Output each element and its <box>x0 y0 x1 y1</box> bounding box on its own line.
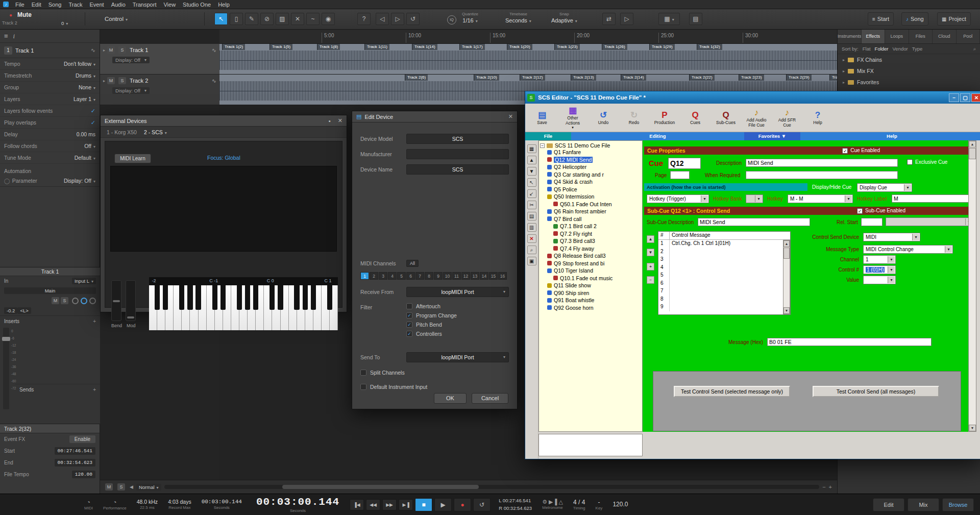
paste-icon[interactable]: ▥ <box>527 223 536 232</box>
eraser-tool-button[interactable]: ⊘ <box>260 13 274 25</box>
tree-item[interactable]: Q1 Fanfare <box>540 149 641 156</box>
clip-label[interactable]: Track 2(14) <box>621 75 646 81</box>
tree-item[interactable]: Q7.1 Bird call 2 <box>540 223 641 230</box>
channel-solo-button[interactable]: S <box>61 297 68 304</box>
clip-label[interactable]: Track 2(6) <box>405 75 428 81</box>
cue-knob[interactable] <box>81 298 87 304</box>
piano-black-key[interactable] <box>155 285 160 310</box>
scs-toolbar-add-sfr-cue[interactable]: ♪Add SFR Cue <box>772 105 802 131</box>
midi-learn-button[interactable]: MIDI Learn <box>114 154 151 163</box>
record-button[interactable]: ● <box>454 498 471 511</box>
scs-toolbar-other-actions[interactable]: ▦Other Actions▾ <box>558 105 587 131</box>
nudge-left-button[interactable]: ⇄ <box>602 13 616 25</box>
midi-monitor[interactable]: ◔ MIDI <box>84 499 93 511</box>
menu-event[interactable]: Event <box>86 1 108 9</box>
sort-option-vendor[interactable]: Vendor <box>893 46 908 52</box>
message-type-dropdown[interactable]: MIDI Control Change <box>863 245 953 254</box>
filter-option-aftertouch[interactable]: Aftertouch <box>406 303 457 309</box>
subcue-enabled-checkbox[interactable]: ✓ <box>857 208 863 214</box>
inspector-row-value[interactable]: Layer 1 <box>74 96 95 102</box>
edit-device-titlebar[interactable]: ▤ Edit Device ✕ <box>352 111 517 122</box>
tree-item[interactable]: Q3 Car starting and r <box>540 171 641 179</box>
browser-tab-pool[interactable]: Pool <box>957 30 980 43</box>
clip-label[interactable]: Track 1(26) <box>602 44 627 50</box>
midi-channel-7[interactable]: 7 <box>415 272 424 280</box>
clip-label[interactable]: Track 1(20) <box>507 44 532 50</box>
file-tempo-value[interactable]: 120.00 <box>72 471 95 478</box>
menu-studio-one[interactable]: Studio One <box>179 1 214 9</box>
scs-toolbar-add-audio-file-cue[interactable]: ♪Add Audio File Cue <box>742 105 771 131</box>
scs-toolbar-undo[interactable]: ↺Undo <box>589 105 618 131</box>
listen-tool-button[interactable]: ◉ <box>322 13 335 25</box>
clip-label[interactable]: Track 1(11) <box>364 44 389 50</box>
scroll-down-icon[interactable]: ▼ <box>969 425 976 431</box>
message-row[interactable]: 6 <box>658 280 790 288</box>
snap-value[interactable]: Adaptive <box>551 17 577 23</box>
move-message-up-button[interactable]: ▲ <box>647 235 654 243</box>
when-required-input[interactable] <box>746 171 898 179</box>
message-row[interactable]: 9 <box>658 303 790 311</box>
sort-option-flat[interactable]: Flat <box>863 46 871 52</box>
pan-knob[interactable] <box>72 298 79 304</box>
quantize-value[interactable]: 1/16 <box>462 17 478 23</box>
menu-audio[interactable]: Audio <box>108 1 129 9</box>
browser-tab-instruments[interactable]: Instruments <box>838 30 862 43</box>
close-icon[interactable]: ✕ <box>971 93 980 102</box>
device-tab-scs[interactable]: 2 - SCS <box>144 129 167 135</box>
browser-item-fx-chains[interactable]: ▸FX Chains <box>838 54 980 65</box>
sort-option-folder[interactable]: Folder <box>875 46 889 52</box>
track-header-2[interactable]: ▸ M S Track 2 ∿ Display: Off <box>100 75 219 105</box>
arrow-tool-button[interactable]: ↖ <box>214 13 228 25</box>
cue-enabled-checkbox[interactable]: ✓ <box>842 148 848 154</box>
tree-item[interactable]: Q92 Goose horn <box>540 304 641 312</box>
help-cursor-button[interactable]: ? <box>357 13 371 25</box>
piano-black-key[interactable] <box>245 285 250 310</box>
primary-time-display[interactable]: 00:03:00.144 Seconds <box>256 496 339 513</box>
control-message-table[interactable]: # Control Message 1Ctrl.Chg. Ch 1 Ctrl 1… <box>658 231 791 315</box>
exclusive-cue-option[interactable]: Exclusive Cue <box>907 159 947 165</box>
tree-item[interactable]: Q7.4 Fly away <box>540 245 641 253</box>
midi-channel-5[interactable]: 5 <box>397 272 406 280</box>
scs-toolbar-sub-cues[interactable]: QSub-Cues <box>711 105 741 131</box>
table-scrollbar[interactable]: ▲ ▼ <box>783 240 790 314</box>
midi-channel-12[interactable]: 12 <box>461 272 470 280</box>
tempo-display[interactable]: 120.0 <box>612 501 628 508</box>
tree-item[interactable]: Q6 Rain forest ambier <box>540 208 641 215</box>
midi-channel-13[interactable]: 13 <box>471 272 479 280</box>
hotkey-trigger-dropdown[interactable]: Hotkey (Trigger) <box>647 194 709 203</box>
event-end-value[interactable]: 00:32:54.623 <box>55 459 95 467</box>
next-marker-button[interactable]: ▶▐ <box>399 499 413 510</box>
inspector-row-value[interactable]: Drums <box>76 72 95 79</box>
browser-tab-cloud[interactable]: Cloud <box>933 30 957 43</box>
timebase-dropdown[interactable]: Timebase Seconds <box>505 12 531 23</box>
mix-view-button[interactable]: Mix <box>908 498 939 511</box>
move-message-down-button[interactable]: ▼ <box>647 249 654 256</box>
control-mode-dropdown[interactable]: Control <box>105 16 128 22</box>
hamburger-menu-icon[interactable]: ≡ <box>4 32 8 40</box>
piano-black-key[interactable] <box>294 285 299 310</box>
rel-start-input[interactable] <box>861 218 883 226</box>
sends-add-icon[interactable]: + <box>93 387 96 393</box>
secondary-time-display[interactable]: 00:03:00.144 Seconds <box>202 499 242 510</box>
track2-automation-display[interactable]: Display: Off <box>112 87 150 94</box>
paint-tool-button[interactable]: ▨ <box>276 13 289 25</box>
clip-label[interactable]: Track 1(2) <box>222 44 245 50</box>
scs-menu-favorites[interactable]: Favorites ▼ <box>744 132 800 140</box>
pitch-bend-wheel[interactable] <box>111 280 121 321</box>
checkbox[interactable]: ✓ <box>406 331 412 337</box>
collapse-icon[interactable]: − <box>540 143 545 148</box>
rewind-button[interactable]: ◀◀ <box>366 499 380 510</box>
precount-icon[interactable]: ▶▐ <box>549 499 557 505</box>
piano-black-key[interactable] <box>220 285 226 310</box>
scs-toolbar-help[interactable]: ?Help <box>803 105 832 131</box>
move-up-icon[interactable]: ▲ <box>527 156 536 164</box>
close-icon[interactable]: ✕ <box>508 113 513 120</box>
info-icon[interactable]: i <box>13 32 15 40</box>
tree-item[interactable]: Q7.2 Fly right <box>540 230 641 238</box>
menu-track[interactable]: Track <box>65 1 86 9</box>
inspector-row-value[interactable]: Off <box>84 143 95 149</box>
inserts-add-icon[interactable]: + <box>93 318 96 324</box>
external-devices-titlebar[interactable]: External Devices ▪ ✕ <box>101 115 347 127</box>
default-instrument-checkbox[interactable] <box>360 384 366 390</box>
move-down-icon[interactable]: ▼ <box>527 167 536 176</box>
